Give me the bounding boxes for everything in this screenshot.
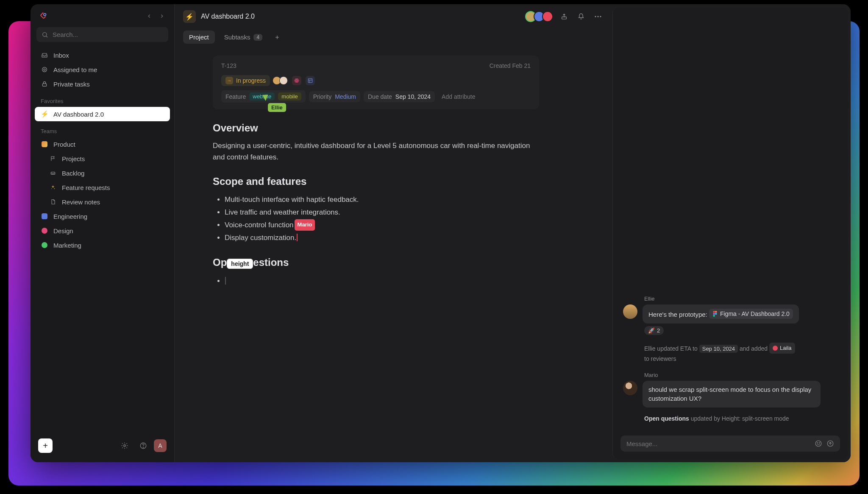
svg-point-28 bbox=[715, 313, 717, 315]
sidebar-team-marketing[interactable]: Marketing bbox=[35, 238, 170, 252]
notifications-button[interactable] bbox=[575, 11, 587, 22]
figma-icon bbox=[712, 311, 718, 317]
help-button[interactable] bbox=[137, 439, 150, 452]
add-tab-button[interactable] bbox=[272, 32, 283, 43]
message-input[interactable] bbox=[626, 440, 810, 447]
svg-point-3 bbox=[42, 67, 47, 72]
sidebar-item-feature-requests[interactable]: Feature requests bbox=[35, 180, 170, 195]
sidebar-label: Product bbox=[53, 141, 75, 148]
svg-point-9 bbox=[124, 445, 126, 447]
smile-icon bbox=[815, 440, 822, 447]
lock-icon bbox=[41, 80, 48, 88]
nav-back-button[interactable] bbox=[144, 11, 155, 22]
nav-forward-button[interactable] bbox=[156, 11, 167, 22]
sparkle-icon bbox=[49, 184, 57, 191]
activity-eta-update: Ellie updated ETA to Sep 10, 2024 and ad… bbox=[644, 343, 837, 364]
current-user-avatar[interactable]: A bbox=[154, 439, 167, 452]
svg-rect-5 bbox=[42, 84, 46, 86]
tag-website[interactable]: website bbox=[249, 92, 275, 100]
sidebar: Inbox Assigned to me Private tasks Favor… bbox=[31, 4, 175, 462]
page-emoji-icon[interactable]: ⚡ bbox=[183, 10, 196, 23]
svg-point-26 bbox=[715, 311, 717, 313]
doc-icon bbox=[49, 198, 57, 206]
share-button[interactable] bbox=[558, 11, 570, 22]
sidebar-label: Backlog bbox=[62, 170, 84, 177]
list-item: Display customization. bbox=[225, 232, 539, 244]
send-button[interactable] bbox=[826, 440, 834, 447]
figma-link-chip[interactable]: Figma - AV Dashboard 2.0 bbox=[709, 309, 793, 319]
sidebar-team-design[interactable]: Design bbox=[35, 223, 170, 238]
sidebar-label: Marketing bbox=[53, 242, 81, 249]
scope-heading: Scope and features bbox=[213, 176, 539, 187]
help-icon bbox=[139, 442, 147, 449]
new-button[interactable]: + bbox=[38, 438, 53, 453]
more-button[interactable] bbox=[592, 11, 604, 22]
sidebar-item-backlog[interactable]: Backlog bbox=[35, 166, 170, 180]
attribute-due-date[interactable]: Due date Sep 10, 2024 bbox=[364, 91, 435, 102]
team-product-icon bbox=[41, 140, 48, 148]
collaborator-avatars[interactable] bbox=[528, 11, 553, 22]
avatar-ellie[interactable] bbox=[623, 304, 637, 319]
app-logo[interactable] bbox=[37, 10, 49, 22]
emoji-button[interactable] bbox=[815, 440, 822, 447]
tag-mobile[interactable]: mobile bbox=[278, 92, 301, 100]
svg-point-13 bbox=[595, 16, 596, 17]
layout-icon[interactable] bbox=[306, 76, 315, 85]
svg-point-11 bbox=[143, 447, 143, 447]
sidebar-label: Inbox bbox=[53, 52, 69, 59]
sidebar-item-review-notes[interactable]: Review notes bbox=[35, 195, 170, 209]
page-title: AV dashboard 2.0 bbox=[201, 13, 255, 20]
svg-point-7 bbox=[54, 188, 55, 189]
team-design-icon bbox=[41, 227, 48, 234]
tray-icon bbox=[49, 169, 57, 177]
overview-paragraph: Designing a user-centric, intuitive dash… bbox=[213, 140, 539, 163]
sidebar-label: Assigned to me bbox=[53, 66, 97, 73]
sidebar-item-private[interactable]: Private tasks bbox=[35, 77, 170, 91]
sidebar-label: Projects bbox=[62, 155, 85, 162]
task-status-pill[interactable]: → In progress bbox=[221, 75, 270, 86]
tab-subtasks[interactable]: Subtasks 4 bbox=[218, 31, 268, 44]
sidebar-label: Review notes bbox=[62, 198, 100, 206]
task-assignees[interactable] bbox=[274, 76, 288, 85]
chat-message: Here's the prototype: Figma - AV Dashboa… bbox=[643, 304, 799, 324]
chat-author: Mario bbox=[644, 372, 837, 378]
sidebar-label: Design bbox=[53, 227, 73, 234]
bolt-icon: ⚡ bbox=[41, 110, 48, 118]
attribute-priority[interactable]: Priority Medium bbox=[309, 91, 360, 102]
add-attribute-button[interactable]: Add attribute bbox=[438, 91, 479, 102]
svg-point-8 bbox=[51, 188, 52, 189]
sidebar-label: AV dashboard 2.0 bbox=[53, 111, 104, 118]
sidebar-item-inbox[interactable]: Inbox bbox=[35, 48, 170, 62]
rocket-icon: 🚀 bbox=[648, 327, 655, 334]
flag-icon bbox=[49, 155, 57, 162]
sidebar-team-engineering[interactable]: Engineering bbox=[35, 209, 170, 223]
avatar-mario[interactable] bbox=[623, 381, 637, 395]
sidebar-item-projects[interactable]: Projects bbox=[35, 151, 170, 166]
settings-button[interactable] bbox=[118, 439, 131, 452]
message-composer[interactable] bbox=[620, 435, 840, 452]
svg-point-31 bbox=[817, 443, 818, 444]
sidebar-team-product[interactable]: Product bbox=[35, 137, 170, 151]
svg-point-29 bbox=[713, 315, 715, 317]
svg-point-25 bbox=[713, 311, 715, 313]
sidebar-item-assigned[interactable]: Assigned to me bbox=[35, 62, 170, 77]
svg-point-30 bbox=[815, 441, 821, 447]
atom-icon[interactable] bbox=[292, 76, 301, 85]
tab-project[interactable]: Project bbox=[183, 31, 215, 44]
reaction-chip[interactable]: 🚀 2 bbox=[644, 326, 664, 335]
svg-rect-22 bbox=[308, 78, 312, 82]
activity-open-questions: Open questions updated by Height: split-… bbox=[644, 415, 837, 422]
scope-list: Multi-touch interface with haptic feedba… bbox=[213, 193, 539, 244]
task-metadata-card: T-123 Created Feb 21 → In progress bbox=[213, 56, 539, 109]
svg-line-2 bbox=[46, 36, 47, 37]
height-autocomplete-chip[interactable]: height bbox=[227, 259, 253, 269]
svg-point-15 bbox=[600, 16, 601, 17]
document-body[interactable]: Overview Designing a user-centric, intui… bbox=[213, 122, 539, 287]
sidebar-favorite-av-dashboard[interactable]: ⚡ AV dashboard 2.0 bbox=[35, 107, 170, 121]
teams-section-label: Teams bbox=[35, 121, 170, 137]
search-field[interactable] bbox=[53, 31, 163, 38]
list-item: Voice-control functionMario bbox=[225, 219, 539, 232]
svg-point-27 bbox=[713, 313, 715, 315]
search-input[interactable] bbox=[36, 27, 168, 42]
person-chip-laila[interactable]: Laila bbox=[769, 343, 795, 354]
